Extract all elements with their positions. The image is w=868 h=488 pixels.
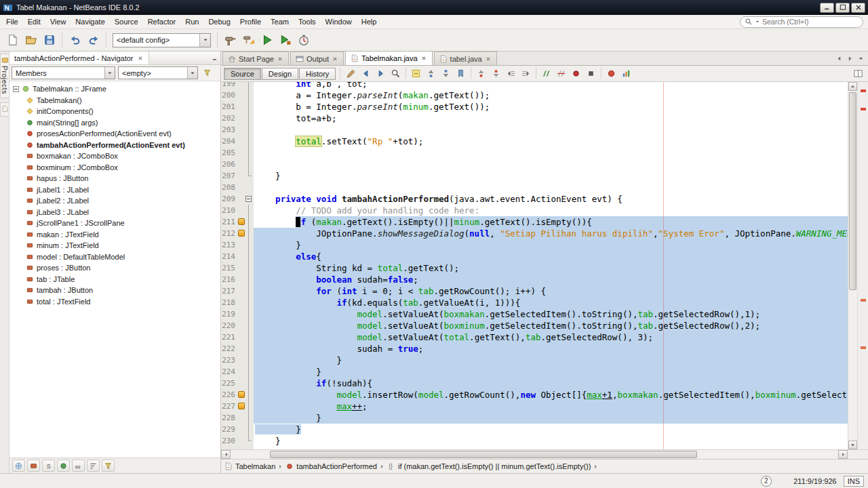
error-stripe-mark[interactable] <box>861 346 866 349</box>
code-line-218[interactable]: 218 if(kd.equals(tab.getValueAt(i, 1))){ <box>221 297 848 308</box>
tab-start-page[interactable]: Start Page <box>222 52 289 65</box>
breadcrumb-item[interactable]: Tabelmakan <box>224 462 275 470</box>
build-project-button[interactable] <box>221 31 239 49</box>
tree-item-tambahactionperformed[interactable]: tambahActionPerformed(ActionEvent evt) <box>9 140 220 151</box>
code-text[interactable] <box>254 147 848 159</box>
code-line-207[interactable]: 207 } <box>221 170 848 182</box>
tab-scroll-left-button[interactable] <box>834 54 844 64</box>
back-button[interactable] <box>359 67 373 81</box>
code-text[interactable]: total.setText("Rp "+tot); <box>254 136 848 147</box>
editor-hint-marker[interactable] <box>238 218 245 225</box>
code-text[interactable] <box>254 182 848 193</box>
code-text[interactable]: model.setValueAt(boxminum.getSelectedIte… <box>254 320 848 331</box>
shift-line-right-button[interactable] <box>519 67 533 81</box>
code-text[interactable]: JOptionPane.showMessageDialog(null, "Set… <box>254 228 848 239</box>
search-input[interactable] <box>762 18 859 26</box>
tree-item-total[interactable]: total : JTextField <box>9 296 220 308</box>
tree-item-boxmakan[interactable]: boxmakan : JComboBox <box>9 150 220 162</box>
menu-run[interactable]: Run <box>180 16 203 28</box>
code-line-231[interactable]: 231 <box>221 447 848 449</box>
code-text[interactable]: String kd = total.getText(); <box>254 262 848 274</box>
code-text[interactable]: max++; <box>254 401 848 412</box>
tree-item-prosesactionperformed[interactable]: prosesActionPerformed(ActionEvent evt) <box>9 128 220 140</box>
inner-combo-arrow[interactable] <box>187 67 197 79</box>
fold-toggle[interactable] <box>245 196 252 202</box>
code-text[interactable]: sudah = true; <box>254 343 848 354</box>
code-text[interactable]: } <box>254 170 848 182</box>
new-file-button[interactable] <box>3 31 22 49</box>
show-public-button[interactable] <box>57 460 70 472</box>
code-line-206[interactable]: 206 <box>221 159 848 170</box>
maximize-button[interactable] <box>835 3 850 13</box>
code-line-225[interactable]: 225 if(!sudah){ <box>221 378 848 389</box>
next-error-button[interactable] <box>489 67 503 81</box>
start-macro-button[interactable] <box>569 67 583 81</box>
tree-item-tabelmakan[interactable]: Tabelmakan() <box>9 95 220 106</box>
tree-item-jscrollpane1[interactable]: jScrollPane1 : JScrollPane <box>9 218 220 229</box>
navigator-minimize-button[interactable] <box>210 52 220 64</box>
menu-refactor[interactable]: Refactor <box>143 16 181 28</box>
memory-view-button[interactable] <box>619 67 633 81</box>
breadcrumb-item[interactable]: {}if (makan.getText().isEmpty() || minum… <box>387 462 591 470</box>
config-select[interactable]: <default config> <box>113 33 211 47</box>
shift-line-left-button[interactable] <box>504 67 518 81</box>
navigator-close-icon[interactable] <box>137 55 144 62</box>
breadcrumb-chevron-icon[interactable] <box>378 463 386 470</box>
code-text[interactable]: } <box>254 424 848 435</box>
tree-item-model[interactable]: model : DefaultTableModel <box>9 251 220 263</box>
code-text[interactable]: model.setValueAt(boxmakan.getSelectedIte… <box>254 308 848 320</box>
code-line-205[interactable]: 205 <box>221 147 848 159</box>
next-bookmark-button[interactable] <box>439 67 453 81</box>
tree-item-jlabel3[interactable]: jLabel3 : JLabel <box>9 207 220 218</box>
config-select-arrow[interactable] <box>199 34 210 47</box>
undo-button[interactable] <box>66 31 84 49</box>
code-line-210[interactable]: 210 // TODO add your handling code here: <box>221 205 848 216</box>
menu-debug[interactable]: Debug <box>203 16 235 28</box>
quick-search[interactable] <box>740 16 863 28</box>
last-edit-button[interactable] <box>344 67 358 81</box>
files-collapsed-tab[interactable] <box>0 102 9 117</box>
minimize-button[interactable] <box>820 3 834 13</box>
code-line-199[interactable]: 199 int a,b , tot; <box>221 82 848 89</box>
close-tab-icon[interactable] <box>332 56 338 62</box>
error-stripe-mark[interactable] <box>861 89 866 92</box>
menu-window[interactable]: Window <box>321 16 357 28</box>
code-line-228[interactable]: 228 } <box>221 412 848 424</box>
editor-hint-marker[interactable] <box>238 391 245 398</box>
code-line-208[interactable]: 208 <box>221 182 848 193</box>
code-line-202[interactable]: 202 tot=a+b; <box>221 113 848 124</box>
comment-button[interactable] <box>539 67 553 81</box>
code-text[interactable]: tot=a+b; <box>254 113 848 124</box>
sort-source-button[interactable] <box>87 460 100 472</box>
notifications-badge[interactable]: 2 <box>761 476 772 487</box>
code-text[interactable]: } <box>254 412 848 424</box>
breadcrumb-chevron-icon[interactable] <box>277 463 284 470</box>
tree-item-main[interactable]: main(String[] args) <box>9 117 220 129</box>
code-line-230[interactable]: 230 } <box>221 435 848 447</box>
menu-view[interactable]: View <box>45 16 71 28</box>
code-line-214[interactable]: 214 else{ <box>221 251 848 262</box>
view-button-history[interactable]: History <box>299 68 336 80</box>
code-text[interactable]: b = Integer.parseInt(minum.getText()); <box>254 101 848 113</box>
code-text[interactable]: model.insertRow(model.getRowCount(),new … <box>254 389 848 401</box>
code-line-219[interactable]: 219 model.setValueAt(boxmakan.getSelecte… <box>221 308 848 320</box>
members-combo[interactable]: Members <box>12 66 115 79</box>
code-line-227[interactable]: 227 max++; <box>221 401 848 412</box>
code-text[interactable]: if (makan.getText().isEmpty()||minum.get… <box>254 216 848 228</box>
tree-item-jlabel1[interactable]: jLabel1 : JLabel <box>9 184 220 196</box>
code-line-213[interactable]: 213 } <box>221 239 848 251</box>
code-text[interactable]: } <box>254 435 848 447</box>
code-line-204[interactable]: 204 total.setText("Rp "+tot); <box>221 136 848 147</box>
previous-error-button[interactable] <box>474 67 488 81</box>
error-stripe[interactable] <box>857 82 868 449</box>
error-stripe-mark[interactable] <box>861 299 866 302</box>
code-line-212[interactable]: 212 JOptionPane.showMessageDialog(null, … <box>221 228 848 239</box>
close-tab-icon[interactable] <box>420 55 427 62</box>
tree-item-makan[interactable]: makan : JTextField <box>9 229 220 241</box>
code-line-215[interactable]: 215 String kd = total.getText(); <box>221 262 848 274</box>
find-selection-button[interactable] <box>389 67 403 81</box>
profile-project-button[interactable] <box>294 31 313 49</box>
highlight-occurrences-button[interactable] <box>409 67 423 81</box>
show-inherited-button[interactable] <box>12 460 25 472</box>
code-text[interactable]: private void tambahActionPerformed(java.… <box>254 193 848 205</box>
